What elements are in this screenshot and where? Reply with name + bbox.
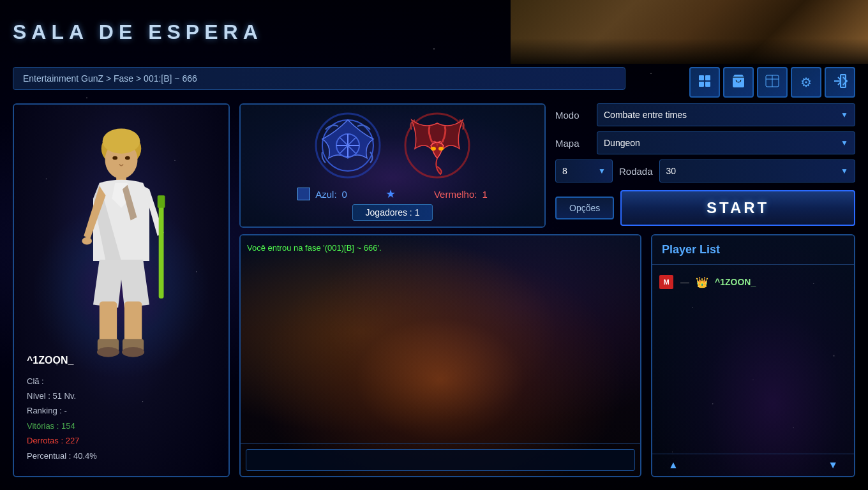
svg-point-18 [82, 237, 92, 245]
svg-point-14 [125, 156, 130, 160]
chat-input-row [241, 443, 640, 476]
character-victories: Vitórias : 154 [27, 419, 216, 433]
scroll-down-arrow[interactable]: ▼ [821, 459, 844, 471]
chat-system-message: Você entrou na fase '(001)[B] ~ 666'. [247, 242, 634, 255]
svg-point-13 [112, 156, 117, 160]
team-score-row: Azul: 0 ★ Vermelho: 1 [297, 187, 488, 201]
character-percentual: Percentual : 40.4% [27, 449, 216, 463]
game-info-section: Azul: 0 ★ Vermelho: 1 Jogadores : 1 [239, 103, 855, 228]
team-emblems [310, 110, 475, 181]
profile-icon [697, 73, 712, 92]
player-item: M — 👑 ^1ZOON_ [659, 271, 848, 293]
svg-point-30 [438, 147, 444, 151]
settings-button[interactable]: ⚙ [791, 67, 821, 98]
chat-messages: Você entrou na fase '(001)[B] ~ 666'. [241, 235, 640, 443]
exit-icon [832, 73, 848, 92]
rodada-select[interactable]: 30 ▼ [659, 160, 855, 182]
profile-button[interactable] [689, 67, 720, 98]
players-rodada-row: 8 ▼ Rodada 30 ▼ [555, 160, 855, 182]
right-panel: Azul: 0 ★ Vermelho: 1 Jogadores : 1 [239, 103, 855, 477]
main-content: ^1ZOON_ Clã : Nível : 51 Nv. Ranking : -… [13, 103, 855, 477]
character-panel: ^1ZOON_ Clã : Nível : 51 Nv. Ranking : -… [13, 103, 230, 477]
rodada-value: 30 [666, 166, 677, 176]
rodada-label: Rodada [619, 166, 653, 177]
exit-button[interactable] [825, 67, 855, 98]
blue-team-score: Azul: 0 [297, 188, 347, 200]
svg-rect-16 [159, 198, 164, 299]
players-count: Jogadores : 1 [352, 204, 433, 221]
blue-emblem-svg [310, 110, 386, 181]
players-count-select[interactable]: 8 ▼ [555, 160, 613, 182]
player-name: ^1ZOON_ [715, 277, 756, 287]
gear-icon: ⚙ [800, 75, 812, 90]
modo-row: Modo Combate entre times ▼ [555, 103, 855, 126]
inventory-icon [765, 73, 780, 92]
crown-icon: 👑 [696, 276, 708, 288]
player-rank-icon: M [659, 274, 674, 290]
breadcrumb-text: Entertainment GunZ > Fase > 001:[B] ~ 66… [23, 73, 197, 84]
blue-team-indicator [297, 188, 310, 200]
red-emblem-svg [399, 110, 475, 181]
player-list-footer: ▲ ▼ [652, 454, 854, 476]
modo-select[interactable]: Combate entre times ▼ [597, 103, 855, 126]
svg-rect-1 [705, 75, 710, 80]
modo-value: Combate entre times [604, 110, 687, 120]
mapa-row: Mapa Dungeon ▼ [555, 131, 855, 154]
svg-point-12 [103, 129, 140, 154]
player-list-content: M — 👑 ^1ZOON_ [652, 265, 854, 454]
mapa-select[interactable]: Dungeon ▼ [597, 131, 855, 154]
start-button[interactable]: START [620, 190, 855, 226]
shop-button[interactable] [723, 67, 754, 98]
player-list-title: Player List [662, 243, 720, 256]
blue-score-label: Azul: [315, 189, 336, 200]
chat-panel: Você entrou na fase '(001)[B] ~ 666'. [239, 234, 641, 477]
player-list-panel: Player List M — 👑 ^1ZOON_ ▲ ▼ [651, 234, 855, 477]
character-ranking: Ranking : - [27, 403, 216, 418]
character-info: ^1ZOON_ Clã : Nível : 51 Nv. Ranking : -… [27, 352, 216, 463]
modo-label: Modo [555, 110, 590, 121]
character-clan: Clã : [27, 374, 216, 389]
player-list-header: Player List [652, 235, 854, 265]
character-name: ^1ZOON_ [27, 352, 216, 370]
red-team-emblem [399, 110, 475, 181]
red-score-value: 1 [482, 189, 487, 200]
svg-rect-9 [841, 75, 846, 87]
opcoes-button[interactable]: Opções [555, 197, 614, 219]
character-defeats: Derrotas : 227 [27, 433, 216, 448]
rank-badge: M [659, 275, 673, 289]
character-level: Nível : 51 Nv. [27, 389, 216, 403]
page-title: SALA DE ESPERA [13, 20, 263, 44]
red-score-label: Vermelho: [434, 189, 477, 200]
svg-rect-0 [699, 75, 704, 80]
svg-rect-3 [705, 82, 710, 87]
action-buttons-row: Opções START [555, 190, 855, 226]
team-separator-star: ★ [385, 187, 396, 201]
header: SALA DE ESPERA [0, 0, 868, 64]
rodada-dropdown-arrow: ▼ [841, 167, 848, 175]
mapa-value: Dungeon [604, 138, 640, 148]
blue-score-value: 0 [342, 189, 347, 200]
shop-icon [731, 73, 746, 92]
scroll-up-arrow[interactable]: ▲ [662, 459, 685, 471]
svg-rect-2 [699, 82, 704, 87]
teams-panel: Azul: 0 ★ Vermelho: 1 Jogadores : 1 [239, 103, 546, 228]
breadcrumb: Entertainment GunZ > Fase > 001:[B] ~ 66… [13, 67, 625, 90]
mapa-label: Mapa [555, 138, 590, 149]
chat-input[interactable] [246, 449, 635, 471]
players-dropdown-arrow: ▼ [598, 167, 606, 175]
player-dash: — [680, 277, 689, 287]
toolbar: ⚙ [689, 67, 855, 98]
mapa-dropdown-arrow: ▼ [841, 138, 848, 147]
svg-rect-17 [158, 195, 165, 208]
blue-team-emblem [310, 110, 386, 181]
red-team-score: Vermelho: 1 [434, 189, 488, 200]
modo-dropdown-arrow: ▼ [841, 110, 848, 119]
chat-content: Você entrou na fase '(001)[B] ~ 666'. [241, 235, 640, 476]
bottom-section: Você entrou na fase '(001)[B] ~ 666'. Pl… [239, 234, 855, 477]
inventory-button[interactable] [757, 67, 788, 98]
svg-point-29 [431, 147, 436, 151]
game-options-panel: Modo Combate entre times ▼ Mapa Dungeon … [555, 103, 855, 228]
players-count-value: 8 [562, 166, 567, 176]
teams-content: Azul: 0 ★ Vermelho: 1 Jogadores : 1 [241, 105, 544, 226]
